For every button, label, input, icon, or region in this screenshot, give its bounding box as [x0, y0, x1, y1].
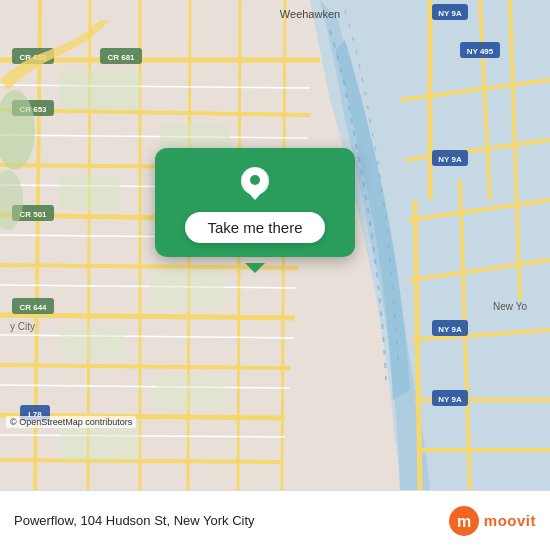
popup-card: Take me there: [155, 148, 355, 257]
svg-text:Weehawken: Weehawken: [280, 8, 340, 20]
svg-text:y City: y City: [10, 321, 35, 332]
moovit-logo: m moovit: [448, 505, 536, 537]
moovit-brand-text: moovit: [484, 512, 536, 529]
svg-text:CR 501: CR 501: [19, 210, 47, 219]
svg-rect-63: [60, 175, 120, 210]
svg-text:New Yo: New Yo: [493, 301, 527, 312]
svg-rect-65: [60, 325, 125, 360]
info-bar: Powerflow, 104 Hudson St, New York City …: [0, 490, 550, 550]
svg-text:CR 644: CR 644: [19, 303, 47, 312]
svg-rect-66: [155, 375, 225, 410]
svg-line-6: [0, 315, 295, 318]
svg-text:CR 681: CR 681: [107, 53, 135, 62]
svg-text:NY 9A: NY 9A: [438, 155, 462, 164]
svg-text:NY 9A: NY 9A: [438, 325, 462, 334]
svg-text:NY 9A: NY 9A: [438, 395, 462, 404]
svg-text:m: m: [457, 513, 471, 530]
location-text: Powerflow, 104 Hudson St, New York City: [14, 513, 255, 528]
svg-rect-64: [150, 270, 225, 310]
svg-point-71: [250, 175, 260, 185]
svg-rect-61: [60, 70, 140, 110]
take-me-there-button[interactable]: Take me there: [185, 212, 324, 243]
location-pin-icon: [237, 166, 273, 202]
svg-text:NY 495: NY 495: [467, 47, 494, 56]
map-container[interactable]: CR 653 CR 681 CR 653 CR 501 CR 644 I 78 …: [0, 0, 550, 490]
svg-text:NY 9A: NY 9A: [438, 9, 462, 18]
moovit-brand-icon: m: [448, 505, 480, 537]
osm-credit: © OpenStreetMap contributors: [6, 416, 136, 428]
